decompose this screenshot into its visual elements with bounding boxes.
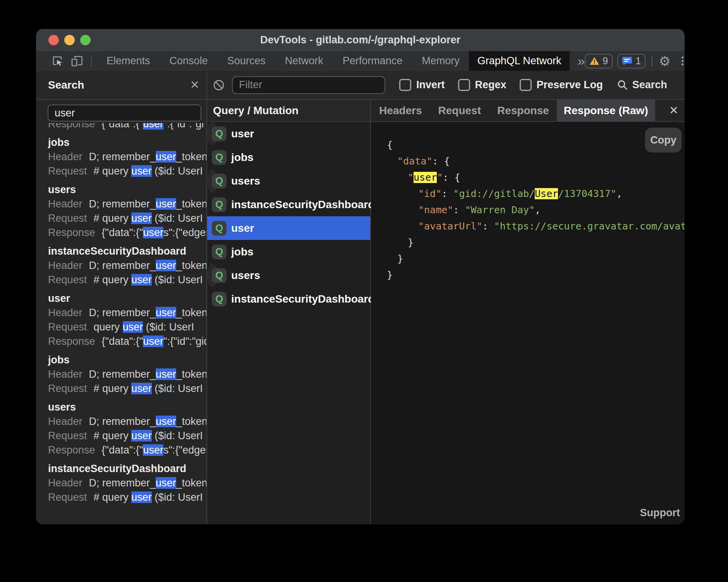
result-line-text: D; remember_ <box>89 260 156 271</box>
search-result-line[interactable]: HeaderD; remember_user_token=e <box>36 258 206 273</box>
search-result-operation[interactable]: jobs <box>36 353 206 367</box>
result-line-text: ($id: UserI <box>152 274 203 286</box>
search-result-line[interactable]: Response{"data":{"users":{"edges <box>36 226 206 240</box>
search-result-operation[interactable]: user <box>36 291 206 306</box>
query-label: user <box>231 222 254 235</box>
query-list-item-instancesecuritydashboard[interactable]: QinstanceSecurityDashboard <box>207 193 370 216</box>
close-detail-icon[interactable]: ✕ <box>669 100 678 121</box>
search-result-line[interactable]: Request# query user ($id: UserI <box>36 164 206 178</box>
result-line-text: D; remember_ <box>89 477 156 489</box>
toolbar-tab-console[interactable]: Console <box>170 55 208 67</box>
search-match-highlight: user <box>131 212 152 224</box>
checkbox-label: Invert <box>416 79 445 91</box>
current-match-highlight: user <box>414 172 437 183</box>
search-toggle-label[interactable]: Search <box>632 79 667 91</box>
search-result-line[interactable]: HeaderD; remember_user_token=e <box>36 197 206 211</box>
clear-requests-icon[interactable] <box>213 79 225 91</box>
tab-graphql-network[interactable]: GraphQL Network <box>469 51 570 71</box>
json-token: "id" <box>418 188 441 199</box>
result-line-label: Request <box>48 430 87 442</box>
toolbar-tab-network[interactable]: Network <box>285 55 323 67</box>
minimize-window-button[interactable] <box>64 35 75 45</box>
query-list-item-user[interactable]: Quser <box>207 122 218 146</box>
warnings-badge[interactable]: 9 <box>585 54 613 68</box>
fullscreen-window-button[interactable] <box>80 35 91 45</box>
search-result-line[interactable]: Response{"data":{"user":{"id":"gi <box>36 123 206 131</box>
search-match-highlight: user <box>156 477 176 489</box>
search-result-line[interactable]: Request# query user ($id: UserI <box>36 490 206 505</box>
search-result-line[interactable]: Request# query user ($id: UserI <box>36 382 206 396</box>
query-list-item-users[interactable]: Qusers <box>207 169 218 193</box>
issues-badge[interactable]: 1 <box>617 54 646 68</box>
query-list-item-user[interactable]: Quser <box>207 216 370 240</box>
search-result-line[interactable]: Request# query user ($id: UserI <box>36 273 206 287</box>
toolbar-tab-performance[interactable]: Performance <box>343 55 403 67</box>
filter-input[interactable] <box>232 76 385 94</box>
result-line-label: Request <box>48 165 87 177</box>
result-line-text: ($id: UserI <box>152 491 203 503</box>
search-result-group: userHeaderD; remember_user_token=eReques… <box>36 291 206 349</box>
current-match-highlight: User <box>535 188 558 199</box>
checkbox-regex[interactable]: Regex <box>458 79 507 91</box>
query-list-item-jobs[interactable]: Qjobs <box>207 240 370 264</box>
search-result-line[interactable]: HeaderD; remember_user_token=e <box>36 476 206 490</box>
toolbar-tab-memory[interactable]: Memory <box>422 55 460 67</box>
toolbar-tab-elements[interactable]: Elements <box>106 55 150 67</box>
search-result-operation[interactable]: users <box>36 183 206 197</box>
json-token: "https://secure.gravatar.com/avatar <box>494 221 685 232</box>
search-input[interactable] <box>48 104 201 122</box>
search-result-group: usersHeaderD; remember_user_token=eReque… <box>36 183 206 240</box>
toolbar-divider <box>652 56 652 67</box>
checkbox-box-icon <box>458 79 470 91</box>
json-line: { <box>387 137 685 153</box>
detail-tab-response[interactable]: Response <box>497 104 549 117</box>
search-results: Response{"data":{"user":{"id":"gijobsHea… <box>36 123 206 524</box>
checkbox-invert[interactable]: Invert <box>399 79 445 91</box>
search-result-group: instanceSecurityDashboardHeaderD; rememb… <box>36 244 206 287</box>
search-result-line[interactable]: Request# query user ($id: UserI <box>36 429 206 443</box>
search-result-line[interactable]: Response{"data":{"users":{"edges <box>36 443 206 457</box>
query-list-item-jobs[interactable]: Qjobs <box>207 146 370 169</box>
search-result-line[interactable]: Response{"data":{"user":{"id":"gid <box>36 334 206 349</box>
search-result-line[interactable]: Requestquery user ($id: UserI <box>36 320 206 334</box>
close-search-panel-icon[interactable]: ✕ <box>190 71 199 99</box>
search-result-operation[interactable]: instanceSecurityDashboard <box>36 462 206 476</box>
search-result-operation[interactable]: jobs <box>36 135 206 150</box>
more-panels-icon[interactable]: » <box>577 51 585 71</box>
search-result-line[interactable]: HeaderD; remember_user_token=e <box>36 414 206 429</box>
result-line-text: # query <box>94 383 132 394</box>
toolbar-divider <box>91 55 92 67</box>
search-result-line[interactable]: Request# query user ($id: UserI <box>36 211 206 226</box>
checkbox-box-icon <box>520 79 532 91</box>
query-list-item-instancesecuritydashboard[interactable]: QinstanceSecurityDashboard <box>207 287 370 311</box>
search-result-operation[interactable]: users <box>36 400 206 414</box>
devtools-window: DevTools - gitlab.com/-/graphql-explorer… <box>36 29 685 524</box>
search-result-line[interactable]: HeaderD; remember_user_token=e <box>36 150 206 164</box>
result-line-text: _token=e <box>176 260 206 271</box>
support-link[interactable]: Support <box>640 507 680 519</box>
detail-tab-headers[interactable]: Headers <box>379 104 422 117</box>
checkbox-preserve-log[interactable]: Preserve Log <box>520 79 603 91</box>
toolbar-tab-sources[interactable]: Sources <box>227 55 266 67</box>
result-line-label: Header <box>48 477 82 489</box>
close-window-button[interactable] <box>48 35 59 45</box>
result-line-label: Request <box>48 321 87 333</box>
more-options-icon[interactable] <box>679 56 685 65</box>
settings-gear-icon[interactable]: ⚙ <box>659 55 670 68</box>
result-line-text: D; remember_ <box>89 307 156 318</box>
search-match-highlight: user <box>156 416 176 427</box>
search-match-highlight: user <box>131 274 152 286</box>
detail-tab-request[interactable]: Request <box>438 104 481 117</box>
query-list-item-users[interactable]: Qusers <box>207 264 218 287</box>
search-result-line[interactable]: HeaderD; remember_user_token=e <box>36 306 206 320</box>
search-result-operation[interactable]: instanceSecurityDashboard <box>36 244 206 258</box>
json-token: , <box>535 204 541 216</box>
search-match-highlight: user <box>156 151 176 163</box>
device-toolbar-icon[interactable] <box>70 55 84 67</box>
search-match-highlight: user <box>156 260 176 271</box>
search-icon[interactable] <box>617 79 628 91</box>
search-result-line[interactable]: HeaderD; remember_user_token=e <box>36 367 206 382</box>
json-token: : <box>441 188 453 199</box>
inspect-element-icon[interactable] <box>52 55 64 67</box>
detail-tab-response-raw-[interactable]: Response (Raw) <box>557 100 655 121</box>
